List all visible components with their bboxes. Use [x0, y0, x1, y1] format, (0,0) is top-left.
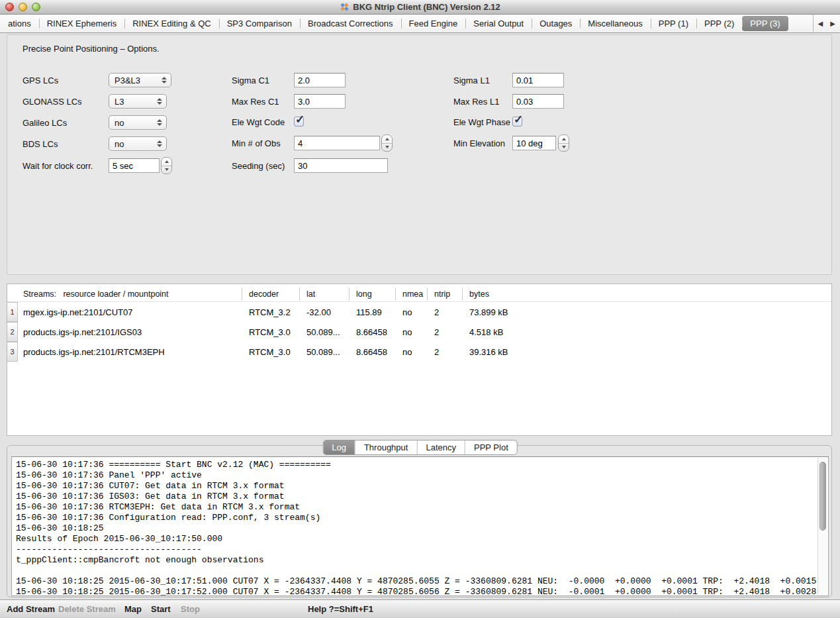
combo-updown-icon	[157, 98, 166, 105]
combo-updown-icon	[157, 119, 166, 126]
ele-wgt-phase-checkbox[interactable]	[512, 117, 522, 127]
header-lat: lat	[300, 287, 350, 301]
cell-ntrip: 2	[428, 327, 463, 337]
wait-clock-stepper[interactable]	[161, 157, 172, 174]
table-row[interactable]: 1 mgex.igs-ip.net:2101/CUT07 RTCM_3.2 -3…	[7, 302, 831, 322]
bds-lcs-combo[interactable]: no	[109, 136, 167, 151]
max-res-l1-input[interactable]	[512, 94, 564, 109]
stepper-down-icon[interactable]	[162, 166, 171, 174]
header-decoder: decoder	[242, 287, 300, 301]
tab-serial-output[interactable]: Serial Output	[465, 15, 532, 32]
tab-rinex-editing-qc[interactable]: RINEX Editing & QC	[124, 15, 219, 32]
sigma-l1-input[interactable]	[512, 73, 564, 87]
help-shortcut-label: Help ?=Shift+F1	[308, 604, 373, 614]
glonass-lcs-label: GLONASS LCs	[23, 97, 82, 107]
wait-clock-input[interactable]	[109, 158, 160, 173]
add-stream-button[interactable]: Add Stream	[7, 604, 55, 614]
start-button[interactable]: Start	[151, 604, 171, 614]
glonass-lcs-combo[interactable]: L3	[109, 94, 167, 109]
stop-button[interactable]: Stop	[181, 604, 200, 614]
log-line: 15-06-30 10:17:36 ========== Start BNC v…	[16, 460, 815, 470]
max-res-c1-input[interactable]	[294, 94, 346, 109]
stepper-up-icon[interactable]	[382, 135, 392, 143]
close-button[interactable]	[5, 3, 14, 11]
stepper-down-icon[interactable]	[559, 143, 569, 152]
map-button[interactable]: Map	[124, 604, 142, 614]
row-number[interactable]: 1	[7, 302, 18, 322]
log-line: 15-06-30 10:17:36 CUT07: Get data in RTC…	[16, 481, 815, 491]
cell-bytes: 39.316 kB	[463, 347, 831, 357]
ele-wgt-phase-label: Ele Wgt Phase	[453, 117, 510, 127]
cell-nmea: no	[396, 347, 428, 357]
log-line: 15-06-30 10:17:36 IGS03: Get data in RTC…	[16, 491, 815, 502]
bnc-app-icon	[340, 2, 350, 12]
tab-ppp-1[interactable]: PPP (1)	[651, 15, 696, 32]
bds-lcs-label: BDS LCs	[23, 139, 58, 149]
max-res-c1-label: Max Res C1	[232, 97, 279, 107]
tab-scroll-right-icon[interactable]: ▶	[830, 21, 835, 27]
seeding-input[interactable]	[294, 158, 388, 173]
cell-lat: 50.089...	[300, 327, 350, 337]
tab-ppp-plot[interactable]: PPP Plot	[465, 440, 517, 454]
max-res-l1-label: Max Res L1	[453, 97, 499, 107]
cell-mountpoint: products.igs-ip.net:2101/IGS03	[19, 327, 242, 337]
log-scrollbar-thumb[interactable]	[819, 462, 826, 531]
streams-table: Streams: resource loader / mountpoint de…	[7, 283, 832, 436]
min-obs-stepper[interactable]	[381, 134, 393, 152]
zoom-button[interactable]	[32, 3, 40, 11]
row-number[interactable]: 3	[7, 342, 18, 362]
log-text: 15-06-30 10:17:36 ========== Start BNC v…	[16, 460, 815, 596]
window-title: BKG Ntrip Client (BNC) Version 2.12	[353, 2, 500, 12]
galileo-lcs-label: Galileo LCs	[23, 118, 67, 128]
tab-outages[interactable]: Outages	[532, 15, 580, 32]
tab-stations[interactable]: ations	[0, 15, 39, 32]
cell-lat: -32.00	[300, 307, 350, 317]
gps-lcs-combo[interactable]: P3&L3	[109, 73, 171, 87]
bottom-toolbar: Add Stream Delete Stream Map Start Stop …	[0, 599, 840, 618]
ele-wgt-code-checkbox[interactable]	[294, 117, 304, 127]
stepper-up-icon[interactable]	[162, 158, 171, 166]
tab-throughput[interactable]: Throughput	[355, 440, 417, 454]
header-nmea: nmea	[396, 287, 428, 301]
sigma-c1-input[interactable]	[294, 73, 346, 87]
combo-updown-icon	[162, 77, 171, 83]
cell-nmea: no	[396, 327, 428, 337]
cell-mountpoint: mgex.igs-ip.net:2101/CUT07	[19, 307, 242, 317]
row-number[interactable]: 2	[7, 322, 18, 342]
gps-lcs-label: GPS LCs	[23, 76, 58, 85]
min-elevation-stepper[interactable]	[558, 134, 569, 152]
log-line: 15-06-30 10:17:36 Panel 'PPP' active	[16, 470, 815, 481]
log-scrollbar[interactable]	[817, 458, 827, 595]
log-line: 15-06-30 10:18:25 2015-06-30_10:17:51.00…	[16, 576, 815, 587]
tab-ppp-2[interactable]: PPP (2)	[696, 15, 742, 32]
cell-ntrip: 2	[428, 347, 463, 357]
table-row[interactable]: 3 products.igs-ip.net:2101/RTCM3EPH RTCM…	[7, 342, 831, 362]
tab-ppp-3[interactable]: PPP (3)	[742, 16, 788, 31]
wait-clock-label: Wait for clock corr.	[23, 161, 93, 171]
bnc-window: BKG Ntrip Client (BNC) Version 2.12 atio…	[0, 0, 840, 618]
stepper-down-icon[interactable]	[382, 143, 392, 152]
log-group: 15-06-30 10:17:36 ========== Start BNC v…	[7, 445, 832, 597]
tab-sp3-comparison[interactable]: SP3 Comparison	[219, 15, 300, 32]
tab-miscellaneous[interactable]: Miscellaneous	[580, 15, 650, 32]
tab-broadcast-corrections[interactable]: Broadcast Corrections	[300, 15, 401, 32]
tab-log[interactable]: Log	[323, 440, 355, 454]
log-output[interactable]: 15-06-30 10:17:36 ========== Start BNC v…	[11, 456, 829, 596]
sigma-c1-label: Sigma C1	[232, 76, 269, 85]
delete-stream-button[interactable]: Delete Stream	[58, 604, 116, 614]
bds-lcs-value: no	[109, 139, 124, 149]
min-obs-input[interactable]	[294, 136, 380, 150]
table-row[interactable]: 2 products.igs-ip.net:2101/IGS03 RTCM_3.…	[7, 322, 831, 342]
stepper-up-icon[interactable]	[559, 135, 569, 143]
min-elevation-input[interactable]	[512, 136, 556, 150]
header-mountpoint: Streams: resource loader / mountpoint	[7, 287, 242, 301]
tab-rinex-ephemeris[interactable]: RINEX Ephemeris	[39, 15, 124, 32]
tab-feed-engine[interactable]: Feed Engine	[401, 15, 466, 32]
tab-scroll-left-icon[interactable]: ◀	[818, 21, 823, 27]
tab-bar: ations RINEX Ephemeris RINEX Editing & Q…	[0, 15, 840, 33]
titlebar[interactable]: BKG Ntrip Client (BNC) Version 2.12	[0, 0, 840, 15]
tab-latency[interactable]: Latency	[416, 440, 465, 454]
minimize-button[interactable]	[19, 3, 27, 11]
galileo-lcs-combo[interactable]: no	[109, 115, 167, 130]
log-line: 15-06-30 10:17:36 RTCM3EPH: Get data in …	[16, 502, 815, 513]
